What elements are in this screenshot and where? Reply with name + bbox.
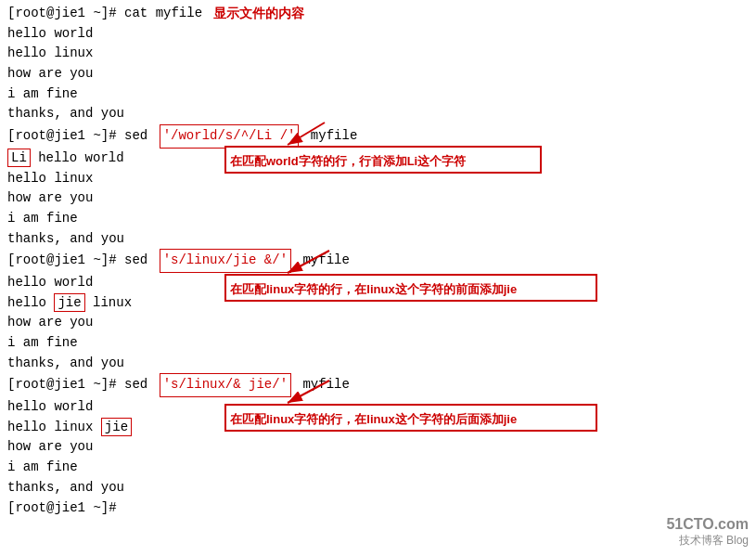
output-line-6: hello linux: [7, 169, 749, 189]
output-line-13: thanks, and you: [7, 354, 749, 374]
jie-before-line: hello jie linux: [7, 293, 749, 314]
cmd-line-1: [root@jie1 ~]# cat myfile 显示文件的内容: [7, 4, 749, 24]
output-line-5: thanks, and you: [7, 104, 749, 124]
prompt-4: [root@jie1 ~]# sed: [7, 375, 156, 395]
sed-arg-2: 's/linux/jie &/': [160, 249, 291, 273]
sed-myfile-1: myfile: [302, 126, 357, 147]
output-line-11: how are you: [7, 313, 749, 333]
output-line-10: hello world: [7, 273, 749, 293]
output-line-15: how are you: [7, 437, 749, 458]
sed-myfile-3: myfile: [295, 375, 350, 395]
jie-before-box: jie: [54, 293, 84, 312]
cmd-sed-1: [root@jie1 ~]# sed '/world/s/^/Li /' myf…: [7, 124, 749, 149]
output-line-9: thanks, and you: [7, 229, 749, 250]
prompt-1: [root@jie1 ~]# cat myfile: [7, 4, 210, 24]
jie-after-line: hello linux jie: [7, 418, 749, 438]
annotation-1: 显示文件的内容: [213, 4, 304, 24]
prompt-3: [root@jie1 ~]# sed: [7, 251, 156, 271]
li-line: Li hello world: [7, 149, 749, 169]
output-line-1: hello world: [7, 24, 749, 45]
watermark: 51CTO.com 技术博客 Blog: [666, 516, 749, 549]
li-box: Li: [7, 149, 31, 167]
output-line-8: i am fine: [7, 209, 749, 229]
output-line-16: i am fine: [7, 458, 749, 478]
cmd-sed-3: [root@jie1 ~]# sed 's/linux/& jie/' myfi…: [7, 373, 749, 397]
sed-arg-3: 's/linux/& jie/': [160, 373, 291, 397]
terminal-output: [root@jie1 ~]# cat myfile 显示文件的内容 hello …: [0, 0, 756, 522]
output-line-17: thanks, and you: [7, 478, 749, 498]
output-line-4: i am fine: [7, 84, 749, 105]
sed-arg-1: '/world/s/^/Li /': [160, 124, 300, 149]
output-line-12: i am fine: [7, 333, 749, 354]
watermark-tagline: 技术博客 Blog: [666, 533, 749, 549]
output-line-7: how are you: [7, 188, 749, 209]
output-line-14: hello world: [7, 397, 749, 418]
final-prompt: [root@jie1 ~]#: [7, 498, 749, 519]
cmd-sed-2: [root@jie1 ~]# sed 's/linux/jie &/' myfi…: [7, 249, 749, 273]
output-line-3: how are you: [7, 64, 749, 84]
watermark-site: 51CTO.com: [666, 516, 749, 533]
sed-myfile-2: myfile: [295, 251, 350, 271]
output-line-2: hello linux: [7, 44, 749, 64]
prompt-2: [root@jie1 ~]# sed: [7, 126, 156, 147]
jie-after-box: jie: [101, 418, 132, 436]
